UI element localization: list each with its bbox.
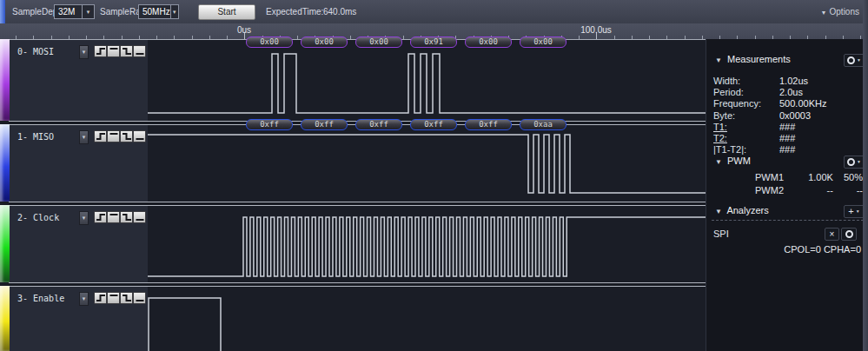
add-analyzer-button[interactable]: + ▼ xyxy=(844,205,865,218)
options-button[interactable]: ▼Options xyxy=(821,7,859,17)
options-label: Options xyxy=(830,7,859,17)
miso-byte-annotation: 0xff xyxy=(301,119,348,130)
gear-icon xyxy=(845,230,853,238)
sample-depth-dropdown[interactable]: 32M ▼ xyxy=(54,4,95,19)
trigger-falling-edge-button[interactable] xyxy=(120,130,133,142)
trigger-low-level-button[interactable] xyxy=(133,130,146,142)
chevron-down-icon: ▼ xyxy=(82,135,87,140)
measurement-value: 500.00KHz xyxy=(779,98,826,109)
measurement-row: Width:1.02us xyxy=(713,75,864,86)
measurement-value: ### xyxy=(779,133,795,143)
measurement-label: Width: xyxy=(713,76,779,86)
measurement-row: Frequency:500.00KHz xyxy=(713,98,864,109)
channel-options-button[interactable]: ▼ xyxy=(79,211,89,225)
toolbar: SampleDepth 32M ▼ SampleRate 50MHz ▼ Sta… xyxy=(0,0,868,23)
miso-byte-annotation: 0xff xyxy=(355,119,402,130)
channel-color-stripe xyxy=(0,39,10,121)
spi-config-text: CPOL=0 CPHA=0 xyxy=(748,244,861,255)
trigger-rising-edge-button[interactable] xyxy=(94,130,107,142)
channel-options-button[interactable]: ▼ xyxy=(79,130,89,144)
channel-label: 0- MOSI xyxy=(17,47,54,56)
measurement-row: |T1-T2|:### xyxy=(713,144,864,156)
collapse-triangle-icon: ▼ xyxy=(715,208,722,215)
spi-remove-button[interactable]: × xyxy=(825,228,839,241)
chevron-down-icon: ▼ xyxy=(82,215,87,221)
measurement-value: ### xyxy=(779,122,795,132)
sample-rate-value: 50MHz xyxy=(139,7,170,17)
measurement-label: Period: xyxy=(713,87,779,97)
trigger-high-level-button[interactable] xyxy=(107,45,120,57)
trigger-high-level-button[interactable] xyxy=(107,130,120,142)
channel-options-button[interactable]: ▼ xyxy=(79,45,89,59)
falling-edge-icon xyxy=(122,132,132,141)
pwm-row: PWM2---- xyxy=(713,184,863,197)
channel-label: 3- Enable xyxy=(17,294,64,303)
pwm-header[interactable]: ▼ PWM xyxy=(715,156,751,166)
trigger-high-level-button[interactable] xyxy=(107,292,120,304)
measurements-settings-button[interactable]: ▼ xyxy=(844,54,865,67)
chevron-down-icon: ▼ xyxy=(82,5,94,18)
ruler-time-label: 100.0us xyxy=(580,25,612,35)
channel-options-button[interactable]: ▼ xyxy=(79,292,89,306)
trace-miso xyxy=(148,135,706,193)
expected-time-label: ExpectedTime: xyxy=(266,7,323,17)
analyzers-header[interactable]: ▼ Analyzers xyxy=(715,205,769,215)
trigger-low-level-button[interactable] xyxy=(133,211,146,223)
trigger-rising-edge-button[interactable] xyxy=(94,211,107,223)
miso-byte-annotation: 0xff xyxy=(410,119,457,130)
miso-byte-annotation: 0xff xyxy=(465,119,512,130)
trigger-low-level-button[interactable] xyxy=(133,45,146,57)
channel-label: 2- Clock xyxy=(17,213,59,222)
pwm-settings-button[interactable]: ▼ xyxy=(844,156,865,169)
pwm-duty-value: -- xyxy=(833,185,863,195)
chevron-down-icon: ▼ xyxy=(821,10,827,16)
gear-icon xyxy=(847,56,855,64)
low-level-icon xyxy=(135,213,145,222)
start-button[interactable]: Start xyxy=(198,4,255,20)
pwm-duty-value: 50% xyxy=(833,172,863,182)
measurements-header[interactable]: ▼ Measurements xyxy=(715,54,791,64)
sample-rate-dropdown[interactable]: 50MHz ▼ xyxy=(138,4,179,19)
measurement-row: T2:### xyxy=(713,132,864,143)
ruler-time-label: 0us xyxy=(237,25,251,35)
trigger-rising-edge-button[interactable] xyxy=(94,292,107,304)
low-level-icon xyxy=(135,132,145,141)
mosi-byte-annotation: 0x00 xyxy=(301,36,348,48)
channel-header-column xyxy=(9,39,148,351)
vertical-scrollbar[interactable] xyxy=(863,0,868,351)
trigger-rising-edge-button[interactable] xyxy=(94,45,107,57)
spi-settings-button[interactable] xyxy=(841,228,857,241)
measurement-row: Period:2.0us xyxy=(713,86,864,97)
trigger-high-level-button[interactable] xyxy=(107,211,120,223)
trigger-low-level-button[interactable] xyxy=(133,292,146,304)
trigger-falling-edge-button[interactable] xyxy=(120,45,133,57)
high-level-icon xyxy=(109,213,119,222)
pwm-frequency-value: 1.00K xyxy=(784,172,833,182)
chevron-down-icon: ▼ xyxy=(857,56,861,64)
chevron-down-icon: ▼ xyxy=(170,5,178,18)
collapse-triangle-icon: ▼ xyxy=(715,158,722,166)
window-accent-bar xyxy=(0,0,5,23)
measurement-row: Byte:0x0003 xyxy=(713,109,864,121)
trigger-falling-edge-button[interactable] xyxy=(120,211,133,223)
measurement-row: T1:### xyxy=(713,121,864,132)
pwm-rows: PWM11.00K50%PWM2---- xyxy=(713,171,863,196)
trace-mosi xyxy=(148,54,706,113)
high-level-icon xyxy=(109,294,119,302)
sample-depth-value: 32M xyxy=(55,7,82,17)
trigger-falling-edge-button[interactable] xyxy=(120,292,133,304)
low-level-icon xyxy=(135,47,145,56)
mosi-byte-annotation: 0x00 xyxy=(465,36,512,48)
spi-analyzer-label: SPI xyxy=(713,228,729,239)
rising-edge-icon xyxy=(96,213,106,222)
expected-time-value: 640.0ms xyxy=(323,7,356,17)
channel-color-stripe xyxy=(0,286,10,351)
waveform-canvas[interactable] xyxy=(148,39,706,351)
measurement-value: 0x0003 xyxy=(779,110,811,121)
rising-edge-icon xyxy=(96,47,106,56)
measurement-label[interactable]: T1: xyxy=(713,122,779,132)
measurement-label[interactable]: T2: xyxy=(713,133,779,143)
low-level-icon xyxy=(135,294,145,302)
measurement-label: |T1-T2|: xyxy=(713,144,779,155)
pwm-title: PWM xyxy=(727,156,751,166)
